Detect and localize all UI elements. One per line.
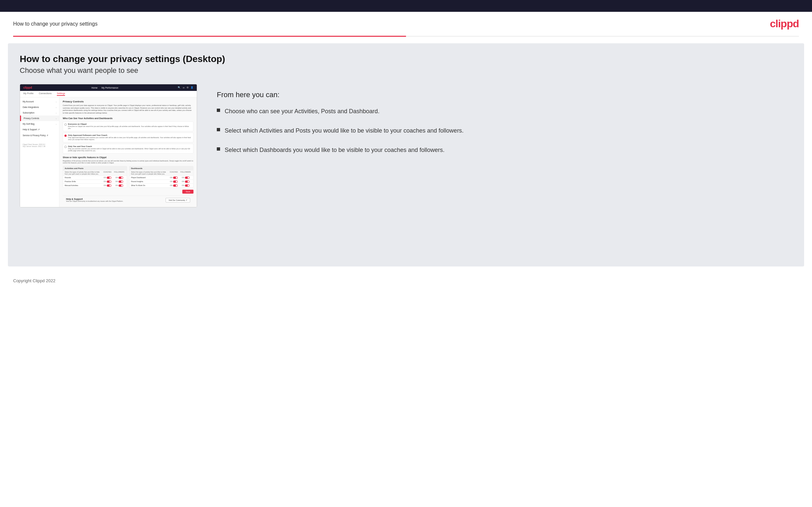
main-content: How to change your privacy settings (Des… — [8, 43, 804, 267]
mock-toggle-switch-2 — [118, 177, 123, 179]
mock-row-round-insights-label: Round Insights — [131, 180, 168, 182]
mock-save-row: Save — [63, 188, 194, 195]
top-bar — [0, 0, 812, 12]
mock-radio-label-1: Everyone on Clippd — [68, 123, 192, 125]
mock-radio-only-you: Only You and Your Coach Only you and the… — [63, 144, 194, 154]
mock-body: My Account› Data Integrations› Subscript… — [20, 98, 197, 207]
settings-icon: ⚙ — [187, 86, 189, 89]
mock-row-player-dash: Player Dashboard ON ON — [130, 176, 193, 179]
mock-on-label-9: ON — [170, 180, 172, 182]
mock-toggle-switch-3 — [107, 180, 111, 183]
mock-row-what-to-work-label: What To Work On — [131, 184, 168, 186]
mock-main-area: Privacy Controls Control how you and you… — [59, 98, 197, 207]
mock-navbar: clippd Home My Performance 🔍 ⚌ ⚙ 👤 — [20, 84, 197, 91]
mock-activities-table: Activities and Posts Select the types of… — [63, 166, 127, 188]
mock-toggle-desc: Regardless of the privacy controls that … — [63, 160, 194, 164]
mock-toggle-ri-coach: ON — [168, 180, 180, 183]
mock-dashboards-title: Dashboards — [130, 166, 193, 170]
mock-version: Clippd Client Version: 2022.8.2SQL Serve… — [20, 142, 59, 149]
mock-on-label-2: ON — [115, 177, 118, 178]
mock-sidebar-data-integrations: Data Integrations› — [20, 104, 59, 110]
bullet-item-2: Select which Activities and Posts you wo… — [217, 126, 792, 135]
mock-save-button[interactable]: Save — [182, 190, 194, 193]
mock-toggle-wtw-coach: ON — [168, 184, 180, 187]
screenshot-mockup: clippd Home My Performance 🔍 ⚌ ⚙ 👤 My Pr… — [20, 84, 197, 208]
mock-row-manual-label: Manual Activities — [65, 184, 101, 186]
mock-row-what-to-work: What To Work On ON ON — [130, 183, 193, 187]
mock-radio-desc-2: Only approved followers and coaches you … — [68, 136, 192, 141]
mock-on-label-4: ON — [115, 180, 118, 182]
bullet-square-3 — [217, 147, 220, 151]
mock-row-round-insights: Round Insights ON ON — [130, 179, 193, 183]
mock-nav-performance: My Performance — [101, 87, 118, 89]
from-here-title: From here you can: — [217, 91, 792, 99]
bullet-text-1: Choose who can see your Activities, Post… — [225, 107, 379, 116]
mock-toggle-switch-7 — [173, 177, 178, 179]
right-panel: From here you can: Choose who can see yo… — [210, 84, 792, 165]
mock-radio-circle-1 — [64, 123, 67, 126]
page-heading: How to change your privacy settings (Des… — [20, 54, 792, 64]
mock-on-label-1: ON — [103, 177, 106, 178]
mock-toggle-pdash-follower: ON — [180, 177, 192, 179]
header-divider — [13, 36, 799, 37]
mock-visit-community-button[interactable]: Visit Our Community ↗ — [165, 198, 190, 203]
mock-toggle-tables: Activities and Posts Select the types of… — [63, 166, 194, 188]
mock-toggle-switch-1 — [107, 177, 111, 179]
bullet-item-3: Select which Dashboards you would like t… — [217, 146, 792, 155]
mock-on-label-8: ON — [182, 177, 184, 178]
mock-dashboards-col-headers: Select the types of activity that you'd … — [130, 170, 193, 176]
mock-toggle-manual-coach: ON — [101, 184, 113, 187]
bullet-square-2 — [217, 128, 220, 131]
mock-toggle-drills-coach: ON — [101, 180, 113, 183]
mock-dashboards-table: Dashboards Select the types of activity … — [129, 166, 194, 188]
mock-on-label-10: ON — [182, 180, 184, 182]
mock-radio-desc-1: Everyone on Clippd can search for you an… — [68, 125, 192, 130]
copyright: Copyright Clippd 2022 — [13, 278, 55, 283]
mock-radio-circle-3 — [64, 146, 67, 148]
header-title: How to change your privacy settings — [13, 21, 98, 27]
mock-sub-nav-connections: Connections — [39, 92, 52, 96]
mock-sub-nav: My Profile Connections Settings — [20, 91, 197, 98]
mock-activities-col-headers: Select the types of activity that you'd … — [63, 170, 127, 176]
mock-on-label-6: ON — [115, 184, 118, 186]
mock-nav-icons: 🔍 ⚌ ⚙ 👤 — [178, 86, 194, 89]
mock-help-section: Help & Support Visit our Clippd communit… — [63, 195, 194, 205]
mock-toggle-drills-follower: ON — [113, 180, 125, 183]
mock-col-coaches-1: COACHES — [101, 171, 113, 175]
header: How to change your privacy settings clip… — [0, 12, 812, 36]
content-layout: clippd Home My Performance 🔍 ⚌ ⚙ 👤 My Pr… — [20, 84, 792, 208]
mock-toggle-pdash-coach: ON — [168, 177, 180, 179]
footer: Copyright Clippd 2022 — [0, 273, 812, 288]
mock-toggle-switch-11 — [173, 184, 178, 187]
mock-col-coaches-2: COACHES — [168, 171, 180, 175]
mock-toggle-switch-5 — [107, 184, 111, 187]
mock-row-rounds: Rounds ON ON — [63, 176, 127, 179]
mock-who-can-see-title: Who Can See Your Activities and Dashboar… — [63, 117, 194, 119]
page-subheading: Choose what you want people to see — [20, 66, 792, 75]
mock-help-desc: Visit our Clippd community to troublesho… — [66, 200, 123, 202]
mock-toggle-switch-8 — [185, 177, 190, 179]
mock-radio-label-2: Only Approved Followers and Your Coach — [68, 134, 192, 136]
search-icon: 🔍 — [178, 86, 181, 89]
mock-toggle-section: Show or hide specific features in Clippd… — [63, 156, 194, 188]
bullet-list: Choose who can see your Activities, Post… — [217, 107, 792, 155]
mock-dashboards-col-label: Select the types of activity that you'd … — [131, 171, 168, 175]
bullet-text-2: Select which Activities and Posts you wo… — [225, 126, 463, 135]
mock-toggle-switch-9 — [173, 180, 178, 183]
mock-sidebar-account: My Account› — [20, 99, 59, 104]
mock-radio-followers: Only Approved Followers and Your Coach O… — [63, 132, 194, 143]
mock-on-label-11: ON — [170, 184, 172, 186]
mock-on-label-7: ON — [170, 177, 172, 178]
mock-toggle-ri-follower: ON — [180, 180, 192, 183]
mock-sidebar-help: Help & Support ↗ — [20, 127, 59, 132]
mock-radio-text-2: Only Approved Followers and Your Coach O… — [68, 134, 192, 141]
mock-toggle-switch-12 — [185, 184, 190, 187]
mock-toggle-manual-follower: ON — [113, 184, 125, 187]
mock-sidebar-service: Service & Privacy Policy ↗ — [20, 132, 59, 138]
mock-sub-nav-settings: Settings — [57, 92, 65, 96]
mock-sidebar-privacy: Privacy Controls› — [20, 115, 59, 121]
mock-sidebar-subscription: Subscription› — [20, 110, 59, 115]
avatar: 👤 — [191, 86, 194, 89]
mock-logo: clippd — [23, 86, 32, 89]
mock-radio-desc-3: Only you and the coaches you connect wit… — [68, 148, 192, 152]
